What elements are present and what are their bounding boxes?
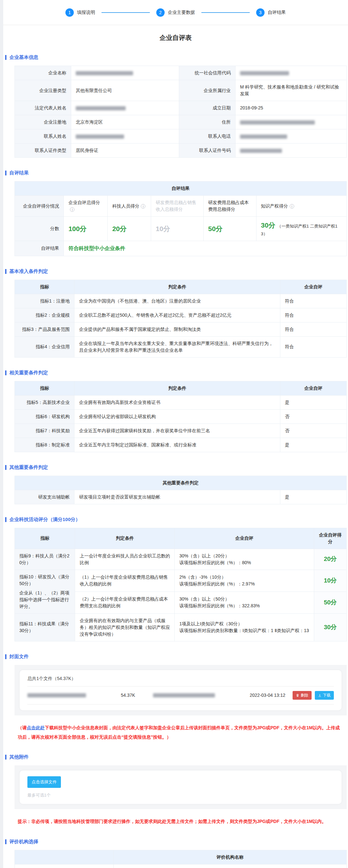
field-value [235, 66, 346, 80]
section-title-text: 评价机构选择 [9, 839, 38, 845]
file-size: 54.37K [121, 692, 153, 698]
section-title-basic-info: 企业基本信息 [5, 54, 348, 61]
table-row: 法定代表人姓名 成立日期 2018-09-25 [15, 101, 347, 115]
condition-text: （2）上一会计年度企业研发费用总额占成本费用支出总额的比例 [75, 592, 175, 613]
table-row: 企业注册类型 其他有限责任公司 企业所属行业 M 科学研究、技术服务和地质勘查业… [15, 80, 347, 101]
delete-file-button[interactable]: 删除 [293, 691, 312, 700]
field-value: 居民身份证 [71, 144, 179, 158]
section-title-text: 相关重要条件判定 [9, 370, 48, 376]
column-header: 指标 [15, 528, 75, 549]
section-bar [5, 755, 6, 760]
upload-card: 点击选择文件 最多可选1个 [20, 771, 342, 804]
step-1-label: 填报说明 [77, 10, 95, 16]
table-span-header: 自评结果 [15, 182, 347, 196]
agency-warning: 温馨提示：请选择右侧评价机构后提交评价信息！ [15, 864, 114, 868]
file-count-summary: 总共1个文件（54.37K） [27, 676, 334, 686]
cover-file-panel: 总共1个文件（54.37K） 54.37K 2022-03-04 13:12 删… [14, 665, 347, 715]
condition-text: 研发项目立项时是否设置研发支出辅助帐 [75, 490, 280, 504]
condition-text: （1）上一会计年度企业研发费用总额占销售收入总额的比例 [75, 570, 175, 592]
section-title-self-eval: 自评结果 [5, 170, 348, 176]
redacted-value [240, 71, 289, 75]
eval-line: 30%（含）以上（20分） [179, 553, 309, 559]
step-1-fill-instructions[interactable]: 1 填报说明 [65, 8, 95, 17]
field-value [71, 66, 179, 80]
score-value: 50分 [324, 599, 337, 606]
file-limit-text: 最多可选1个 [27, 793, 334, 798]
field-value [235, 129, 346, 144]
indicator-name: 指标11：科技成果（满分30分） [15, 613, 75, 641]
condition-text: 企业近五年内主导制定过国际标准、国家标准、或行业标准 [75, 438, 280, 452]
self-eval-value: 符合 [280, 308, 346, 322]
trash-icon [296, 693, 299, 697]
step-3-number-badge: 3 [256, 8, 265, 17]
info-icon[interactable]: i [141, 204, 145, 209]
info-icon[interactable]: i [290, 204, 294, 209]
basic-entry-table: 指标 判定条件 企业自评 指标1：注册地 企业为在中国境内（不包括港、澳、台地区… [14, 280, 347, 358]
redacted-value [153, 693, 215, 698]
column-label: 企业自评总得分 [68, 200, 100, 205]
redacted-value [27, 693, 86, 698]
step-connector [102, 12, 150, 13]
section-bar [5, 269, 6, 274]
choose-file-button[interactable]: 点击选择文件 [27, 776, 61, 788]
important-cond-table: 指标 判定条件 企业自评 指标5：高新技术企业 企业拥有有效期内高新技术企业资格… [14, 381, 347, 452]
self-eval-text: 30%（含）以上（20分） 该项指标所对应的比例（%）：80% [175, 549, 314, 570]
table-row: 指标5：高新技术企业 企业拥有有效期内高新技术企业资格证书 是 [15, 395, 347, 409]
score-rd-cost: 50分 [204, 217, 257, 241]
column-header: 企业自评 [280, 381, 346, 395]
column-header-empty [15, 850, 114, 864]
table-row: 企业注册地 北京市海淀区 住所 [15, 115, 347, 129]
section-title-text: 其他重要条件判定 [9, 464, 48, 470]
indicator-name: 指标6：研发机构 [15, 409, 75, 424]
download-icon [318, 693, 322, 697]
score-ip-cell: 30分（一类知识产权1 二类知识产权13） [256, 217, 346, 241]
column-label: 知识产权得分 [261, 204, 288, 209]
cover-file-note: （请点击此处下载科技型中小企业信息表封面，由法定代表人签字和加盖企业公章后上传该… [18, 723, 342, 742]
field-value [235, 144, 346, 158]
table-row: 指标6：研发机构 企业拥有经认定的省部级以上研发机构 否 [15, 409, 347, 424]
field-label: 统一社会信用代码 [179, 66, 235, 80]
table-row: 企业名称 统一社会信用代码 [15, 66, 347, 80]
indicator-name: 研发支出辅助帐 [15, 490, 75, 504]
eval-line: 该项指标所对应的比例（%）：2.97% [179, 581, 309, 587]
other-cond-table: 其他重要条件判定 研发支出辅助帐 研发项目立项时是否设置研发支出辅助帐 是 [14, 476, 347, 504]
basic-info-table: 企业名称 统一社会信用代码 企业注册类型 其他有限责任公司 企业所属行业 M 科… [14, 66, 347, 158]
info-icon[interactable]: i [70, 207, 75, 212]
file-name [27, 692, 121, 698]
field-label: 联系人证件类型 [15, 144, 71, 158]
section-bar [5, 839, 6, 844]
step-3-label: 自评结果 [268, 10, 286, 16]
table-row: 联系人姓名 联系人电话 [15, 129, 347, 144]
section-title-text: 企业科技活动评分（满分100分） [9, 517, 80, 523]
score-cell: 50分 [314, 592, 347, 613]
column-header: 指标 [15, 280, 75, 294]
table-row: 评价机构名称 [15, 850, 347, 864]
field-label: 企业名称 [15, 66, 71, 80]
column-header: 判定条件 [75, 381, 280, 395]
file-row: 54.37K 2022-03-04 13:12 删除 下载 [27, 686, 334, 705]
condition-text: 企业拥有经认定的省部级以上研发机构 [75, 409, 280, 424]
score-value: 10分 [324, 577, 337, 584]
step-3-self-eval-result[interactable]: 3 自评结果 [256, 8, 286, 17]
indicator-title: 指标10：研发投入（满分50分） [19, 574, 70, 587]
table-row: 自评结果 符合科技型中小企业条件 [15, 241, 347, 256]
score-column-header: 知识产权得分i [256, 196, 346, 217]
table-row: 联系人证件类型 居民身份证 联系人证件号码 [15, 144, 347, 158]
field-label: 成立日期 [179, 101, 235, 115]
redacted-value [76, 134, 124, 139]
section-title-tech-score: 企业科技活动评分（满分100分） [5, 517, 348, 523]
field-label: 企业注册地 [15, 115, 71, 129]
step-2-enterprise-data[interactable]: 2 企业主要数据 [156, 8, 195, 17]
eval-line: 该项指标所对应的比例（%）：80% [179, 559, 309, 566]
condition-text: 企业为在中国境内（不包括港、澳、台地区）注册的居民企业 [75, 294, 280, 308]
condition-text: 企业近五年内获得过国家级科技奖励，并在获奖单位中排在前三名 [75, 424, 280, 438]
score-cell: 30分 [314, 613, 347, 641]
page-container: 1 填报说明 2 企业主要数据 3 自评结果 企业自评表 企业基本信息 企业名称… [3, 0, 348, 868]
download-file-button[interactable]: 下载 [315, 691, 334, 700]
column-header: 企业自评 [280, 280, 346, 294]
self-eval-value: 符合 [280, 322, 346, 336]
indicator-note: 企业从（1）、（2）两项指标中选择一个指标进行评分。 [19, 590, 70, 610]
download-template-link[interactable]: 点击此处 [27, 725, 45, 730]
field-value: 北京市海淀区 [71, 115, 179, 129]
field-value [235, 115, 346, 129]
